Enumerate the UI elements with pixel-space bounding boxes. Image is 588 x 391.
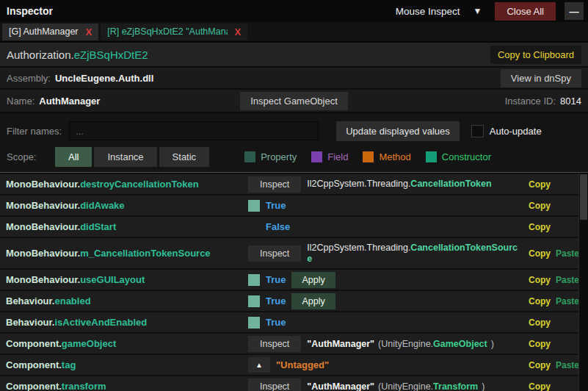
dropdown-toggle[interactable]: ▲	[248, 357, 270, 373]
assembly-info: Assembly:UncleEugene.Auth.dll	[7, 73, 153, 84]
paste-button[interactable]: Paste	[556, 296, 578, 306]
member-identifier: didAwake	[80, 200, 124, 211]
scope-button-instance[interactable]: Instance	[94, 147, 156, 167]
mouse-inspect-button[interactable]: Mouse Inspect	[396, 6, 460, 17]
member-declaring-class: MonoBehaviour.	[6, 200, 80, 211]
member-identifier: isActiveAndEnabled	[54, 317, 147, 328]
copy-button[interactable]: Copy	[529, 381, 551, 391]
member-list: MonoBehaviour.destroyCancellationTokenIn…	[0, 173, 578, 391]
copy-button[interactable]: Copy	[529, 318, 551, 328]
instance-id-label: Instance ID:	[505, 96, 556, 107]
member-object-value: "AuthManager"(UnityEngine.Transform)	[307, 381, 484, 391]
bool-toggle-checkbox[interactable]	[248, 200, 260, 212]
bool-toggle-checkbox[interactable]	[248, 317, 260, 329]
row-actions: CopyPaste	[529, 360, 574, 370]
legend-field: Field	[311, 151, 348, 162]
tab-close-icon[interactable]: X	[86, 26, 92, 37]
mouse-inspect-dropdown-icon[interactable]: ▼	[469, 4, 487, 18]
auto-update-checkbox[interactable]	[471, 125, 484, 137]
scrollbar-thumb[interactable]	[580, 174, 587, 220]
copy-button[interactable]: Copy	[529, 248, 551, 259]
title-bar: Inspector Mouse Inspect ▼ Close All —	[0, 0, 588, 22]
copy-button[interactable]: Copy	[529, 179, 551, 190]
filter-names-input[interactable]	[69, 121, 319, 140]
property-color-swatch	[244, 151, 255, 162]
member-declaring-class: MonoBehaviour.	[6, 274, 80, 285]
bool-toggle-checkbox[interactable]	[248, 295, 260, 307]
apply-button[interactable]: Apply	[291, 293, 335, 309]
paste-button[interactable]: Paste	[556, 360, 578, 370]
copy-button[interactable]: Copy	[529, 222, 551, 232]
legend-label: Property	[261, 151, 297, 162]
inspect-button[interactable]: Inspect	[248, 176, 301, 193]
member-declaring-class: Component.	[6, 359, 62, 370]
scope-button-static[interactable]: Static	[159, 147, 210, 167]
inspector-tab[interactable]: [R] eZjBSqHxDtE2 "AuthManageX	[101, 24, 247, 40]
inspector-tab[interactable]: [G] AuthManagerX	[2, 24, 98, 40]
object-namespace: (UnityEngine.	[378, 381, 433, 391]
object-name-info: Name:AuthManager	[7, 96, 240, 107]
tab-label: [G] AuthManager	[9, 26, 79, 37]
member-row: Component.transformInspect"AuthManager"(…	[0, 376, 578, 391]
scope-label: Scope:	[7, 151, 52, 162]
copy-button[interactable]: Copy	[529, 296, 551, 306]
bool-toggle-checkbox[interactable]	[248, 274, 260, 286]
paste-button[interactable]: Paste	[556, 248, 578, 259]
object-type: GameObject	[433, 339, 487, 349]
object-name: "AuthManager"	[307, 339, 374, 349]
row-actions: CopyPaste	[529, 248, 574, 259]
member-name: Behaviour.isActiveAndEnabled	[6, 317, 248, 328]
scrollbar[interactable]	[578, 173, 588, 391]
string-value: "Untagged"	[276, 359, 329, 370]
member-identifier: tag	[62, 359, 76, 370]
member-value-area: ▲"Untagged"	[248, 357, 529, 373]
copy-button[interactable]: Copy	[529, 201, 551, 211]
member-object-value: "AuthManager"(UnityEngine.GameObject)	[307, 339, 494, 349]
row-actions: Copy	[529, 179, 574, 190]
inspect-button[interactable]: Inspect	[248, 245, 301, 262]
inspect-gameobject-button[interactable]: Inspect GameObject	[240, 92, 348, 110]
member-value-area: True	[248, 200, 529, 212]
member-value-area: True	[248, 317, 529, 329]
title-bar-actions: Mouse Inspect ▼ Close All —	[396, 2, 584, 21]
copy-button[interactable]: Copy	[529, 360, 551, 370]
member-return-type: Il2CppSystem.Threading.CancellationToken	[307, 179, 491, 190]
copy-button[interactable]: Copy	[529, 339, 551, 349]
tab-close-icon[interactable]: X	[235, 26, 242, 37]
constructor-color-swatch	[426, 151, 437, 162]
member-row: MonoBehaviour.useGUILayoutTrueApplyCopyP…	[0, 270, 578, 290]
row-actions: Copy	[529, 318, 574, 328]
auto-update-label: Auto-update	[490, 126, 542, 137]
legend-property: Property	[244, 151, 297, 162]
copy-to-clipboard-button[interactable]: Copy to Clipboard	[490, 46, 581, 64]
close-all-button[interactable]: Close All	[495, 2, 556, 21]
update-displayed-values-button[interactable]: Update displayed values	[336, 121, 460, 141]
tab-label: [R] eZjBSqHxDtE2 "AuthManage	[107, 26, 227, 37]
inspect-button[interactable]: Inspect	[248, 379, 301, 391]
minimize-button[interactable]: —	[565, 2, 584, 20]
member-name: MonoBehaviour.destroyCancellationToken	[6, 179, 248, 190]
instance-id-value: 8014	[560, 96, 581, 107]
scope-button-all[interactable]: All	[55, 147, 92, 167]
inspect-button[interactable]: Inspect	[248, 336, 301, 352]
instance-id-info: Instance ID: 8014	[348, 96, 581, 107]
object-title-row: Authorization.eZjBSqHxDtE2 Copy to Clipb…	[0, 43, 588, 68]
member-declaring-class: MonoBehaviour.	[6, 221, 80, 232]
member-name: Behaviour.enabled	[6, 295, 248, 306]
apply-button[interactable]: Apply	[291, 272, 335, 288]
member-row: MonoBehaviour.destroyCancellationTokenIn…	[0, 174, 578, 194]
member-identifier: useGUILayout	[80, 274, 145, 285]
row-actions: Copy	[529, 381, 574, 391]
member-name: Component.tag	[6, 359, 248, 370]
member-list-container: MonoBehaviour.destroyCancellationTokenIn…	[0, 172, 588, 391]
inspector-window: Inspector Mouse Inspect ▼ Close All — [G…	[0, 0, 588, 391]
scope-buttons: AllInstanceStatic	[55, 147, 209, 167]
paste-button[interactable]: Paste	[556, 275, 578, 285]
member-declaring-class: Behaviour.	[6, 295, 54, 306]
assembly-row: Assembly:UncleEugene.Auth.dll View in dn…	[0, 68, 588, 90]
member-name: MonoBehaviour.m_CancellationTokenSource	[6, 248, 248, 259]
row-actions: CopyPaste	[529, 275, 574, 285]
copy-button[interactable]: Copy	[529, 275, 551, 285]
row-actions: Copy	[529, 222, 574, 232]
view-in-dnspy-button[interactable]: View in dnSpy	[501, 69, 581, 87]
